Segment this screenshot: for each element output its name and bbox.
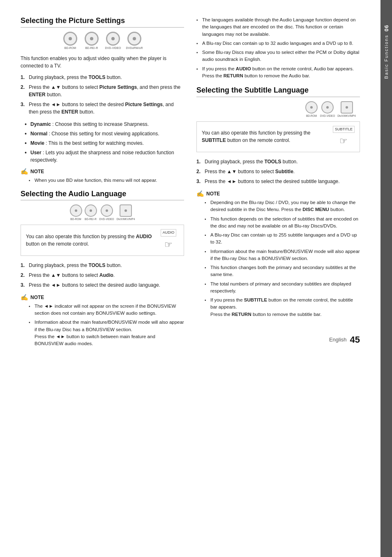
bd-rom-icon: BD-ROM bbox=[61, 32, 79, 50]
side-tab-number: 06 bbox=[383, 25, 390, 31]
audio-right-note-list: The languages available through the Audi… bbox=[196, 16, 360, 79]
audio-right-note-4: If you press the AUDIO button on the rem… bbox=[196, 65, 360, 80]
bullet-normal: Normal : Choose this setting for most vi… bbox=[25, 130, 184, 137]
subtitle-function-box: You can also operate this function by pr… bbox=[196, 121, 360, 153]
step-2: 2. Press the ▲▼ buttons to select Pictur… bbox=[21, 84, 184, 98]
audio-section-divider bbox=[21, 200, 184, 200]
main-content: Selecting the Picture Settings BD-ROM BD… bbox=[0, 0, 380, 557]
subtitle-language-title: Selecting the Subtitle Language bbox=[196, 86, 360, 95]
audio-language-title: Selecting the Audio Language bbox=[21, 190, 184, 199]
subtitle-note-2: This function depends on the selection o… bbox=[205, 216, 360, 230]
audio-right-note-3: Some Blu-ray Discs may allow you to sele… bbox=[196, 49, 360, 63]
subtitle-note-5: This function changes both the primary a… bbox=[205, 264, 360, 278]
audio-remote-button: AUDIO ☞ bbox=[158, 229, 179, 251]
section-divider bbox=[21, 27, 184, 28]
subtitle-note-4: Information about the main feature/BONUS… bbox=[205, 248, 360, 262]
audio-btn-label: AUDIO bbox=[161, 229, 177, 237]
audio-note-1: The ◄► indicator will not appear on the … bbox=[29, 303, 184, 317]
audio-steps: 1. During playback, press the TOOLS butt… bbox=[21, 262, 184, 289]
audio-bd-re-r-icon: BD-RE/-R bbox=[85, 204, 97, 220]
picture-settings-icons: BD-ROM BD-RE/-R DVD-VIDEO DVD±RW/±R bbox=[21, 32, 184, 50]
audio-right-note-2: A Blu-ray Disc can contain up to 32 audi… bbox=[196, 40, 360, 47]
hand-icon: ☞ bbox=[164, 238, 173, 251]
subtitle-note-list: Depending on the Blu-ray Disc / DVD, you… bbox=[205, 199, 360, 318]
subtitle-step-1: 1. During playback, press the TOOLS butt… bbox=[196, 158, 360, 165]
step-3: 3. Press the ◄► buttons to select the de… bbox=[21, 101, 184, 116]
audio-right-note-1: The languages available through the Audi… bbox=[196, 16, 360, 38]
page-lang: English bbox=[329, 337, 347, 343]
picture-settings-note: ✍ NOTE When you use BD wise function, th… bbox=[21, 168, 184, 184]
audio-language-continued-notes: The languages available through the Audi… bbox=[196, 16, 360, 79]
subtitle-steps: 1. During playback, press the TOOLS butt… bbox=[196, 158, 360, 185]
audio-step-2: 2. Press the ▲▼ buttons to select Audio. bbox=[21, 272, 184, 279]
section-audio-language: Selecting the Audio Language BD-ROM BD-R… bbox=[21, 190, 184, 348]
subtitle-step-2: 2. Press the ▲▼ buttons to select Subtit… bbox=[196, 168, 360, 175]
bullet-dynamic: Dynamic : Choose this setting to increas… bbox=[25, 121, 184, 128]
audio-step-3: 3. Press the ◄► buttons to select the de… bbox=[21, 281, 184, 289]
subtitle-note-6: The total numbers of primary and seconda… bbox=[205, 281, 360, 295]
subtitle-divx-icon: DivX/MKV/MP4 bbox=[337, 101, 356, 117]
subtitle-dvd-video-icon: DVD-VIDEO bbox=[320, 101, 335, 117]
picture-settings-bullets: Dynamic : Choose this setting to increas… bbox=[25, 121, 184, 164]
subtitle-hand-icon: ☞ bbox=[339, 134, 348, 148]
subtitle-step-3: 3. Press the ◄► buttons to select the de… bbox=[196, 178, 360, 185]
audio-note-2: Information about the main feature/BONUS… bbox=[29, 319, 184, 347]
dvd-video-icon: DVD-VIDEO bbox=[104, 32, 122, 50]
page-number: 45 bbox=[350, 334, 360, 345]
side-tab-text: Basic Functions bbox=[384, 35, 389, 79]
right-column: The languages available through the Audi… bbox=[196, 16, 360, 541]
subtitle-note-3: A Blu-ray Disc can contain up to 255 sub… bbox=[205, 232, 360, 246]
subtitle-note-icon: ✍ bbox=[196, 190, 204, 197]
side-tab: 06 Basic Functions bbox=[380, 0, 392, 557]
subtitle-bd-rom-icon: BD-ROM bbox=[305, 101, 318, 117]
bd-re-r-icon: BD-RE/-R bbox=[83, 32, 101, 50]
section-picture-settings: Selecting the Picture Settings BD-ROM BD… bbox=[21, 16, 184, 184]
audio-language-icons: BD-ROM BD-RE/-R DVD-VIDEO DivX/MKV/MP4 bbox=[21, 204, 184, 220]
dvd-rw-r-icon: DVD±RW/±R bbox=[125, 32, 143, 50]
subtitle-remote-button: SUBTITLE ☞ bbox=[333, 126, 355, 148]
picture-settings-intro: This function enables you to adjust vide… bbox=[21, 55, 184, 70]
audio-function-text: You can also operate this function by pr… bbox=[26, 233, 153, 248]
step-1: 1. During playback, press the TOOLS butt… bbox=[21, 74, 184, 81]
note-icon: ✍ bbox=[21, 168, 28, 175]
bullet-movie: Movie : This is the best setting for wat… bbox=[25, 139, 184, 147]
audio-step-1: 1. During playback, press the TOOLS butt… bbox=[21, 262, 184, 269]
audio-note: ✍ NOTE The ◄► indicator will not appear … bbox=[21, 294, 184, 348]
subtitle-section-divider bbox=[196, 97, 360, 97]
subtitle-note-7: If you press the SUBTITLE button on the … bbox=[205, 297, 360, 318]
subtitle-btn-label: SUBTITLE bbox=[333, 126, 355, 133]
subtitle-function-text: You can also operate this function by pr… bbox=[202, 129, 328, 144]
page: 06 Basic Functions Selecting the Picture… bbox=[0, 0, 392, 557]
audio-function-box: You can also operate this function by pr… bbox=[21, 225, 184, 256]
picture-settings-steps: 1. During playback, press the TOOLS butt… bbox=[21, 74, 184, 116]
picture-settings-title: Selecting the Picture Settings bbox=[21, 16, 184, 26]
left-column: Selecting the Picture Settings BD-ROM BD… bbox=[21, 16, 184, 541]
section-subtitle-language: Selecting the Subtitle Language BD-ROM D… bbox=[196, 86, 360, 318]
note-label: NOTE bbox=[30, 169, 44, 174]
audio-note-icon: ✍ bbox=[21, 294, 28, 301]
note-item-1: When you use BD wise function, this menu… bbox=[29, 177, 184, 184]
audio-note-label: NOTE bbox=[30, 295, 44, 300]
bullet-user: User : Lets you adjust the sharpness and… bbox=[25, 149, 184, 164]
subtitle-icons: BD-ROM DVD-VIDEO DivX/MKV/MP4 bbox=[196, 101, 356, 117]
audio-bd-rom-icon: BD-ROM bbox=[70, 204, 82, 220]
picture-note-list: When you use BD wise function, this menu… bbox=[29, 177, 184, 184]
subtitle-note-label: NOTE bbox=[206, 191, 220, 197]
audio-dvd-video-icon: DVD-VIDEO bbox=[99, 204, 114, 220]
audio-divx-icon: DivX/MKV/MP4 bbox=[117, 204, 135, 220]
subtitle-note: ✍ NOTE Depending on the Blu-ray Disc / D… bbox=[196, 190, 360, 318]
audio-note-list: The ◄► indicator will not appear on the … bbox=[29, 303, 184, 348]
subtitle-note-1: Depending on the Blu-ray Disc / DVD, you… bbox=[205, 199, 360, 214]
